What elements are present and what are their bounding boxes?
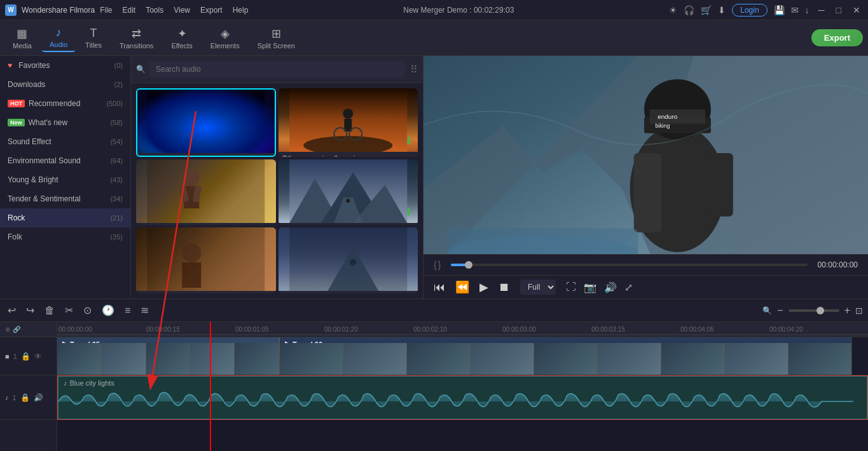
- undo-icon[interactable]: ↩: [5, 302, 18, 319]
- audio-card-go-big[interactable]: ⬇ Go big or go home: [279, 159, 418, 226]
- media-icon: ▦: [17, 27, 27, 41]
- video-track-eye[interactable]: 👁: [34, 352, 42, 361]
- quality-select[interactable]: Full 1/2 1/4: [520, 279, 556, 295]
- bracket-left-icon[interactable]: {: [434, 260, 437, 270]
- maximize-button[interactable]: □: [834, 5, 844, 15]
- tab-effects[interactable]: ✦ Effects: [163, 24, 200, 52]
- audio-sidebar: ♥ Favorites (0) Downloads (2) HOT Recomm…: [0, 56, 131, 299]
- bracket-right-icon[interactable]: }: [438, 260, 441, 270]
- tab-audio[interactable]: ♪ Audio: [42, 24, 75, 52]
- headphone-icon[interactable]: 🎧: [684, 5, 694, 15]
- sidebar-item-tender-sentimental[interactable]: Tender & Sentimental (34): [0, 189, 130, 208]
- sidebar-item-downloads[interactable]: Downloads (2): [0, 75, 130, 94]
- redo-icon[interactable]: ↪: [24, 302, 37, 319]
- menu-edit[interactable]: Edit: [123, 6, 136, 15]
- audio-volume-icon[interactable]: 🔊: [34, 393, 43, 402]
- volume-icon[interactable]: 🔊: [604, 281, 617, 293]
- timeline-body: ⊕ 🔗 ■ 1 🔒 👁 ♪ 1 🔒 🔊 00:00:00:00: [0, 322, 868, 451]
- cloud-icon[interactable]: ↓: [805, 5, 809, 15]
- main-content: ♥ Favorites (0) Downloads (2) HOT Recomm…: [0, 56, 868, 299]
- zoom-out-icon[interactable]: 🔍: [762, 306, 772, 315]
- play-button[interactable]: ▶: [479, 280, 488, 294]
- ruler-ticks: [57, 322, 868, 337]
- menu-file[interactable]: File: [100, 6, 112, 15]
- video-segment-travel05[interactable]: ▶ Travel 05: [57, 337, 280, 375]
- zoom-slider[interactable]: [789, 309, 839, 312]
- audio-card-blue-city-lights[interactable]: Blue city lights: [136, 88, 276, 157]
- sidebar-item-environmental-sound[interactable]: Environmental Sound (64): [0, 151, 130, 170]
- menu-help[interactable]: Help: [233, 6, 249, 15]
- minus-icon[interactable]: −: [777, 305, 783, 316]
- preview-panel: enduro biking { }: [424, 56, 868, 299]
- waveform-icon[interactable]: ≋: [138, 302, 151, 319]
- export-button[interactable]: Export: [811, 29, 863, 46]
- video-track-lock[interactable]: 🔒: [21, 352, 31, 361]
- save-icon[interactable]: 💾: [774, 5, 785, 15]
- brightness-icon[interactable]: ☀: [669, 5, 677, 15]
- menu-view[interactable]: View: [174, 6, 190, 15]
- cut-icon[interactable]: ✂: [62, 302, 76, 319]
- transitions-icon: ⇄: [132, 27, 141, 41]
- transport-controls: { } 00:00:00:00: [424, 254, 868, 275]
- audio-card-boy-got-style[interactable]: Boy got style: [136, 159, 276, 226]
- sidebar-item-folk[interactable]: Folk (35): [0, 227, 130, 246]
- video-segment-travel06[interactable]: ▶ Travel 06: [280, 337, 852, 375]
- step-back-button[interactable]: ⏮: [434, 281, 445, 294]
- snapshot-icon[interactable]: 📷: [584, 281, 596, 293]
- stop-button[interactable]: ⏹: [499, 281, 510, 294]
- store-icon[interactable]: 🛒: [701, 5, 712, 15]
- sidebar-item-recommended[interactable]: HOT Recommended (500): [0, 94, 130, 113]
- copy-icon[interactable]: ⊙: [81, 302, 94, 319]
- audio-card-6[interactable]: [279, 227, 418, 293]
- plus-icon[interactable]: +: [844, 305, 850, 316]
- sidebar-item-favorites[interactable]: ♥ Favorites (0): [0, 56, 130, 75]
- sidebar-item-whats-new[interactable]: New What's new (58): [0, 113, 130, 132]
- fit-icon[interactable]: ⊡: [855, 306, 863, 316]
- tab-elements[interactable]: ◈ Elements: [203, 24, 247, 52]
- audio-track-number: 1: [13, 394, 17, 401]
- minimize-button[interactable]: ─: [816, 5, 827, 15]
- svg-rect-8: [215, 116, 221, 153]
- audio-track-lock[interactable]: 🔒: [20, 393, 30, 402]
- fullscreen-icon[interactable]: ⛶: [566, 281, 576, 293]
- sidebar-item-sound-effect[interactable]: Sound Effect (54): [0, 132, 130, 151]
- close-button[interactable]: ✕: [850, 5, 863, 15]
- svg-point-16: [199, 118, 212, 131]
- download-icon-other: ⬇: [404, 135, 413, 147]
- menu-export[interactable]: Export: [200, 6, 223, 15]
- tab-media[interactable]: ▦ Media: [5, 24, 39, 52]
- heart-icon: ♥: [8, 61, 12, 70]
- adjust-icon[interactable]: ≡: [122, 302, 133, 319]
- tab-split-screen[interactable]: ⊞ Split Screen: [250, 24, 303, 52]
- audio-segment[interactable]: ♪ Blue city lights: [58, 376, 867, 419]
- video-track: ▶ Travel 05: [57, 337, 868, 375]
- control-icons: ⛶ 📷 🔊 ⤢: [566, 281, 633, 293]
- audio-card-other-scenerios[interactable]: ⬇ Other scenerios (Long i...: [279, 88, 418, 157]
- login-button[interactable]: Login: [732, 4, 767, 17]
- grid-view-icon[interactable]: ⠿: [410, 64, 418, 76]
- video-segments-container: ▶ Travel 05: [57, 337, 868, 375]
- zoom-controls: 🔍 − + ⊡: [762, 305, 863, 316]
- expand-icon[interactable]: ⤢: [624, 281, 633, 293]
- tab-transitions[interactable]: ⇄ Transitions: [112, 24, 161, 52]
- search-input[interactable]: [149, 61, 405, 77]
- play-backward-button[interactable]: ⏪: [455, 280, 469, 294]
- download-icon[interactable]: ⬇: [718, 5, 726, 15]
- sidebar-item-rock[interactable]: Rock (21): [0, 208, 130, 227]
- timeline-track-labels: ⊕ 🔗 ■ 1 🔒 👁 ♪ 1 🔒 🔊: [0, 322, 57, 451]
- audio-card-5[interactable]: [136, 227, 276, 293]
- svg-text:biking: biking: [655, 123, 670, 129]
- tab-titles[interactable]: T Titles: [78, 24, 109, 51]
- delete-icon[interactable]: 🗑: [42, 302, 57, 319]
- sidebar-item-young-bright[interactable]: Young & Bright (43): [0, 170, 130, 189]
- progress-bar[interactable]: [451, 264, 807, 266]
- whats-new-count: (58): [110, 119, 123, 126]
- city-lights-svg: [137, 90, 275, 153]
- mountain-svg: [279, 159, 418, 223]
- history-icon[interactable]: 🕐: [99, 302, 117, 319]
- add-track-icon[interactable]: ⊕: [5, 326, 10, 333]
- mail-icon[interactable]: ✉: [791, 5, 799, 15]
- menu-tools[interactable]: Tools: [146, 6, 163, 15]
- link-icon[interactable]: 🔗: [13, 326, 20, 333]
- card5-thumb: [136, 227, 276, 291]
